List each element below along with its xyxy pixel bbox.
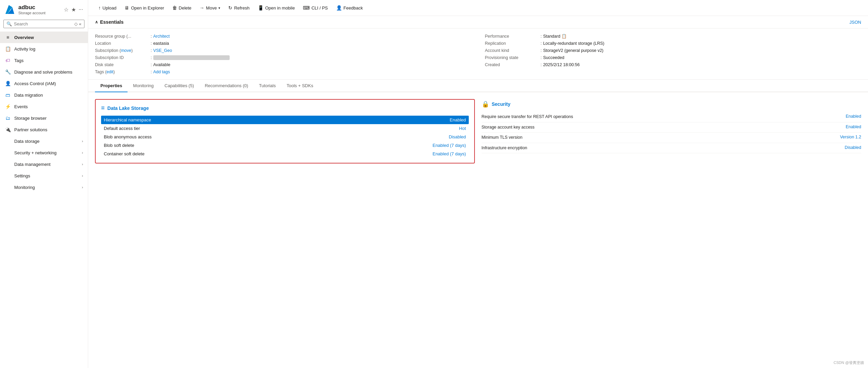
sidebar-item-data-migration[interactable]: 🗃 Data migration	[0, 89, 88, 101]
data-migration-icon: 🗃	[5, 92, 11, 98]
sidebar-item-monitoring[interactable]: Monitoring ›	[0, 181, 88, 193]
json-link[interactable]: JSON	[849, 20, 861, 25]
star-icon[interactable]: ★	[71, 6, 76, 13]
search-box-actions: ◇ «	[74, 21, 81, 26]
security-value[interactable]: Version 1.2	[831, 135, 861, 139]
pin-icon[interactable]: ☆	[64, 6, 69, 13]
field-label: Subscription ID	[95, 55, 149, 60]
essentials-row: Resource group (... : Architect	[95, 33, 471, 40]
diagnose-icon: 🔧	[5, 69, 11, 75]
open-mobile-label: Open in mobile	[265, 5, 295, 11]
property-label: Blob soft delete	[104, 143, 426, 148]
tab-capabilities[interactable]: Capabilities (5)	[159, 80, 199, 92]
security-title: Security	[492, 101, 510, 107]
property-value[interactable]: Enabled (7 days)	[432, 143, 466, 148]
sidebar-header-icons: ☆ ★ ···	[64, 6, 83, 13]
chevron-right-icon: ›	[82, 162, 83, 166]
security-value[interactable]: Enabled	[831, 114, 861, 119]
field-label: Subscription (move)	[95, 48, 149, 53]
sidebar-item-label: Activity log	[14, 46, 83, 52]
sidebar-item-settings[interactable]: Settings ›	[0, 170, 88, 181]
properties-body: ≡ Data Lake Storage Hierarchical namespa…	[88, 92, 868, 170]
field-label: Performance	[485, 34, 539, 39]
sidebar-item-security-networking[interactable]: Security + networking ›	[0, 147, 88, 158]
secure-transfer-row: Require secure transfer for REST API ope…	[482, 112, 862, 122]
more-icon[interactable]: ···	[79, 6, 83, 13]
search-icon: 🔍	[6, 21, 12, 26]
field-label: Tags (edit)	[95, 70, 149, 74]
property-value[interactable]: Enabled (7 days)	[432, 151, 466, 156]
key-access-row: Storage account key access Enabled	[482, 122, 862, 133]
essentials-row: Account kind : StorageV2 (general purpos…	[485, 47, 862, 54]
events-icon: ⚡	[5, 103, 11, 110]
cli-icon: ⌨	[303, 5, 310, 11]
data-lake-card: ≡ Data Lake Storage Hierarchical namespa…	[95, 99, 475, 163]
data-storage-icon	[5, 138, 11, 144]
sidebar-item-events[interactable]: ⚡ Events	[0, 101, 88, 112]
sidebar-header: adbuc Storage account ☆ ★ ···	[0, 0, 88, 18]
subscription-move-link[interactable]: move	[121, 48, 131, 53]
feedback-label: Feedback	[344, 5, 363, 11]
essentials-title: ∧ Essentials	[95, 19, 123, 25]
security-lock-icon: 🔒	[482, 100, 489, 108]
mobile-icon: 📱	[258, 5, 264, 11]
cli-ps-button[interactable]: ⌨ CLI / PS	[300, 3, 331, 12]
data-lake-section: ≡ Data Lake Storage Hierarchical namespa…	[95, 99, 475, 163]
explorer-icon: 🖥	[124, 5, 129, 11]
tab-tutorials[interactable]: Tutorials	[254, 80, 281, 92]
subscription-link[interactable]: VSE_Geo	[153, 48, 172, 53]
settings-icon	[5, 173, 11, 179]
tab-recommendations[interactable]: Recommendations (0)	[199, 80, 254, 92]
monitoring-icon	[5, 184, 11, 190]
field-label: Provisioning state	[485, 55, 539, 60]
search-input[interactable]	[14, 21, 72, 26]
security-value[interactable]: Enabled	[831, 124, 861, 129]
upload-button[interactable]: ↑ Upload	[95, 3, 120, 12]
open-mobile-button[interactable]: 📱 Open in mobile	[254, 3, 298, 12]
feedback-button[interactable]: 👤 Feedback	[333, 3, 366, 12]
infrastructure-encryption-row: Infrastructure encryption Disabled	[482, 143, 862, 154]
data-management-icon	[5, 161, 11, 167]
field-value: Standard 📋	[543, 34, 567, 39]
add-tags-link[interactable]: Add tags	[153, 70, 170, 74]
field-value: 2025/2/12 18:00:56	[543, 62, 580, 67]
sidebar-item-data-management[interactable]: Data management ›	[0, 158, 88, 170]
sidebar-item-overview[interactable]: ≡ Overview	[0, 32, 88, 43]
sidebar-item-partner-solutions[interactable]: 🔌 Partner solutions	[0, 124, 88, 135]
sidebar-item-access-control[interactable]: 👤 Access Control (IAM)	[0, 78, 88, 89]
collapse-icon[interactable]: «	[79, 21, 81, 26]
tabs-bar: Properties Monitoring Capabilities (5) R…	[88, 80, 868, 92]
delete-icon: 🗑	[172, 5, 177, 11]
tab-properties[interactable]: Properties	[95, 80, 128, 92]
open-explorer-label: Open in Explorer	[131, 5, 164, 11]
subscription-id-value: xxxxxxxxxxxxxxxxxxxxxxxxxxxxxxxxxxxx	[153, 55, 230, 60]
chevron-down-icon[interactable]: ∧	[95, 20, 98, 24]
essentials-row: Replication : Locally-redundant storage …	[485, 40, 862, 47]
search-box[interactable]: 🔍 ◇ «	[3, 20, 84, 28]
resource-group-link[interactable]: Architect	[153, 34, 170, 39]
chevron-right-icon: ›	[82, 151, 83, 155]
security-value[interactable]: Disabled	[831, 145, 861, 150]
move-button[interactable]: → Move ▾	[196, 3, 224, 12]
security-label: Storage account key access	[482, 124, 824, 131]
field-value: Succeeded	[543, 55, 564, 60]
property-value: Enabled	[450, 117, 466, 122]
sidebar-item-tags[interactable]: 🏷 Tags	[0, 55, 88, 66]
tls-version-row: Minimum TLS version Version 1.2	[482, 133, 862, 143]
property-label: Blob anonymous access	[104, 134, 442, 139]
sidebar-item-label: Events	[14, 104, 83, 109]
sidebar-item-data-storage[interactable]: Data storage ›	[0, 135, 88, 147]
sidebar-item-storage-browser[interactable]: 🗂 Storage browser	[0, 112, 88, 124]
property-value[interactable]: Disabled	[449, 134, 466, 139]
refresh-button[interactable]: ↻ Refresh	[225, 3, 253, 12]
diamond-icon[interactable]: ◇	[74, 21, 78, 26]
sidebar-item-diagnose[interactable]: 🔧 Diagnose and solve problems	[0, 66, 88, 78]
tab-monitoring[interactable]: Monitoring	[128, 80, 159, 92]
tab-tools-sdks[interactable]: Tools + SDKs	[281, 80, 319, 92]
chevron-right-icon: ›	[82, 174, 83, 178]
open-explorer-button[interactable]: 🖥 Open in Explorer	[121, 3, 168, 12]
property-value[interactable]: Hot	[459, 126, 466, 131]
delete-button[interactable]: 🗑 Delete	[169, 3, 195, 12]
tags-edit-link[interactable]: edit	[107, 70, 113, 74]
sidebar-item-activity-log[interactable]: 📋 Activity log	[0, 43, 88, 55]
